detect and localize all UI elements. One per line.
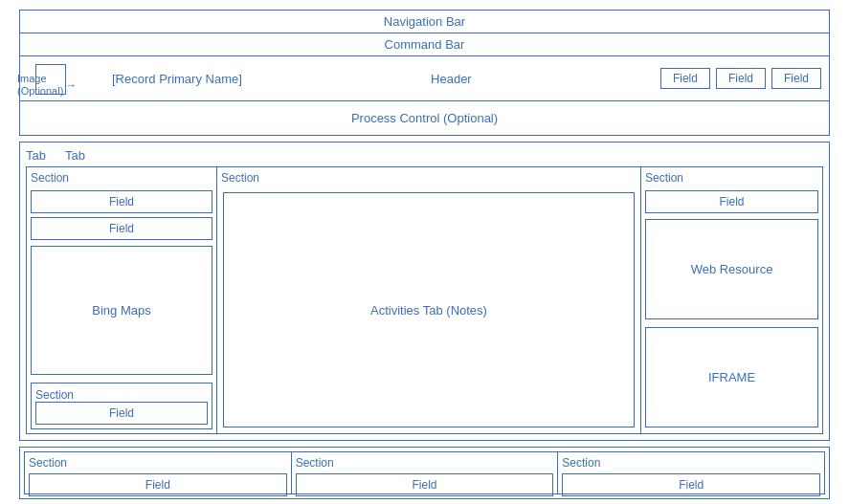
bing-maps: Bing Maps [31,246,212,375]
col1-field-2[interactable]: Field [31,217,212,240]
image-box [35,64,66,95]
tab-column-1: Section Field Field Bing Maps Section Fi… [26,166,217,434]
iframe-box: IFRAME [645,327,818,427]
col3-section-label: Section [645,171,818,185]
bottom-col-1: Section Field [24,451,292,494]
header-field-2[interactable]: Field [716,68,766,89]
tab-column-2: Section Activities Tab (Notes) [217,166,641,434]
tab-1-label[interactable]: Tab [26,148,46,163]
col3-field-1[interactable]: Field [645,190,818,213]
col1-section2-label: Section [35,388,74,402]
web-resource: Web Resource [645,219,818,319]
header-field-1[interactable]: Field [660,68,710,89]
col1-section1-label: Section [31,171,212,185]
bottom-col1-label: Section [29,456,287,470]
col1-field-3[interactable]: Field [35,402,208,425]
navigation-bar: Navigation Bar [19,10,830,33]
header-label: Header [250,72,653,86]
col1-field-1[interactable]: Field [31,190,212,213]
header-row: [Record Primary Name] Header Field Field… [19,56,830,101]
command-bar: Command Bar [19,33,830,56]
bottom-col-2: Section Field [292,451,559,494]
col2-section-label: Section [221,171,637,185]
record-primary-name: [Record Primary Name] [112,72,242,86]
bottom-col3-field[interactable]: Field [562,473,820,496]
bottom-col2-field[interactable]: Field [296,473,554,496]
tab-columns: Section Field Field Bing Maps Section Fi… [26,166,823,434]
process-control: Process Control (Optional) [19,101,830,136]
activities-tab: Activities Tab (Notes) [223,192,635,427]
tab-labels: Tab Tab [26,148,823,163]
bottom-col2-label: Section [296,456,554,470]
bottom-col1-field[interactable]: Field [29,473,287,496]
tab-column-3: Section Field Web Resource IFRAME [641,166,823,434]
bottom-col-3: Section Field [558,451,825,494]
header-fields: Field Field Field [660,68,821,89]
tab-2-label[interactable]: Tab [65,148,85,163]
col1-section2: Section Field [31,383,212,429]
bottom-col3-label: Section [562,456,820,470]
header-field-3[interactable]: Field [771,68,821,89]
bottom-sections: Section Field Section Field Section Fiel… [19,447,830,499]
tabs-section: Tab Tab Section Field Field Bing Maps Se… [19,142,830,441]
